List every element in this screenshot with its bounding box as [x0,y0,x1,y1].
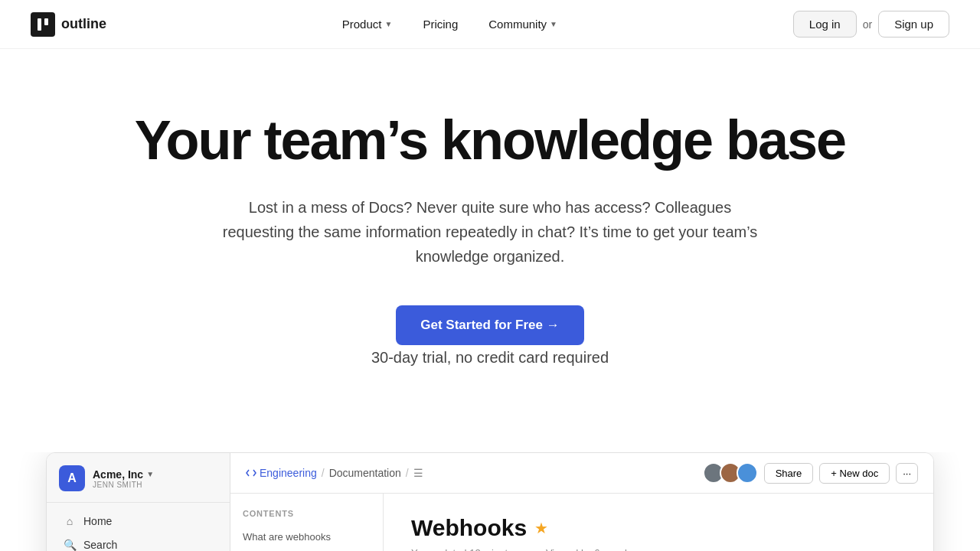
toc: CONTENTS What are webhooks When to use w… [230,494,384,551]
doc-article: Webhooks ★ You updated 12 minutes ago · … [384,494,933,551]
app-preview: A Acme, Inc ▼ JENN SMITH ⌂ Home 🔍 Search [46,452,934,551]
avatar-3 [737,462,758,484]
nav-product[interactable]: Product ▼ [330,11,405,37]
chevron-down-icon: ▼ [146,470,154,478]
breadcrumb: Engineering / Documentation / ☰ [246,467,423,479]
breadcrumb-separator-2: / [406,467,409,479]
nav-pricing[interactable]: Pricing [410,11,470,37]
logo[interactable]: outline [31,12,106,37]
hero-trial-text: 30-day trial, no credit card required [222,345,758,370]
login-button[interactable]: Log in [793,11,857,37]
main-content: Engineering / Documentation / ☰ Share + … [230,453,933,551]
breadcrumb-doc: Documentation [329,467,401,479]
code-icon [246,468,256,478]
sidebar: A Acme, Inc ▼ JENN SMITH ⌂ Home 🔍 Search [47,453,230,551]
toc-item-webhooks[interactable]: What are webhooks [243,527,371,546]
breadcrumb-code: Engineering [246,467,317,479]
svg-rect-0 [31,12,55,37]
svg-rect-2 [44,18,48,25]
nav-or-text: or [863,18,872,31]
logo-icon [31,12,55,37]
avatar-group [703,462,758,484]
signup-button[interactable]: Sign up [878,11,949,37]
sidebar-nav: ⌂ Home 🔍 Search ★ Starred ⊞ Templates ✏ [47,503,230,551]
svg-rect-1 [38,18,41,31]
doc-body: CONTENTS What are webhooks When to use w… [230,494,933,551]
hero-headline: Your team’s knowledge base [31,110,949,171]
more-button[interactable]: ··· [896,463,918,484]
star-icon: ★ [534,519,548,537]
home-icon: ⌂ [64,515,76,527]
workspace-info: Acme, Inc ▼ JENN SMITH [93,468,154,489]
logo-text: outline [61,16,106,32]
toolbar-right: Share + New doc ··· [703,462,918,484]
nav-community[interactable]: Community ▼ [476,11,570,37]
sidebar-item-home[interactable]: ⌂ Home [51,510,225,533]
workspace-avatar: A [59,465,85,491]
ellipsis-icon: ··· [903,468,911,479]
chevron-down-icon: ▼ [384,20,392,28]
doc-toolbar: Engineering / Documentation / ☰ Share + … [230,453,933,494]
search-icon: 🔍 [64,539,76,551]
cta-button[interactable]: Get Started for Free → [396,305,583,345]
toc-item-when[interactable]: When to use webhooks [243,546,371,551]
doc-title: Webhooks [411,515,527,541]
doc-meta: You updated 12 minutes ago · Viewed by 6… [411,547,906,551]
nav-auth: Log in or Sign up [793,11,949,37]
new-doc-button[interactable]: + New doc [819,463,890,484]
toc-label: CONTENTS [243,509,371,518]
navbar: outline Product ▼ Pricing Community ▼ Lo… [0,0,980,49]
breadcrumb-menu-icon[interactable]: ☰ [413,467,423,479]
sidebar-item-search[interactable]: 🔍 Search [51,533,225,551]
workspace-header[interactable]: A Acme, Inc ▼ JENN SMITH [47,453,230,503]
hero-subtext: Lost in a mess of Docs? Never quite sure… [222,195,758,269]
doc-title-row: Webhooks ★ [411,515,906,541]
nav-links: Product ▼ Pricing Community ▼ [330,11,570,37]
workspace-user: JENN SMITH [93,481,154,489]
hero-section: Your team’s knowledge base Lost in a mes… [0,49,980,452]
workspace-name: Acme, Inc ▼ [93,468,154,481]
share-button[interactable]: Share [764,463,814,484]
chevron-down-icon: ▼ [550,20,557,28]
breadcrumb-separator: / [322,467,325,479]
